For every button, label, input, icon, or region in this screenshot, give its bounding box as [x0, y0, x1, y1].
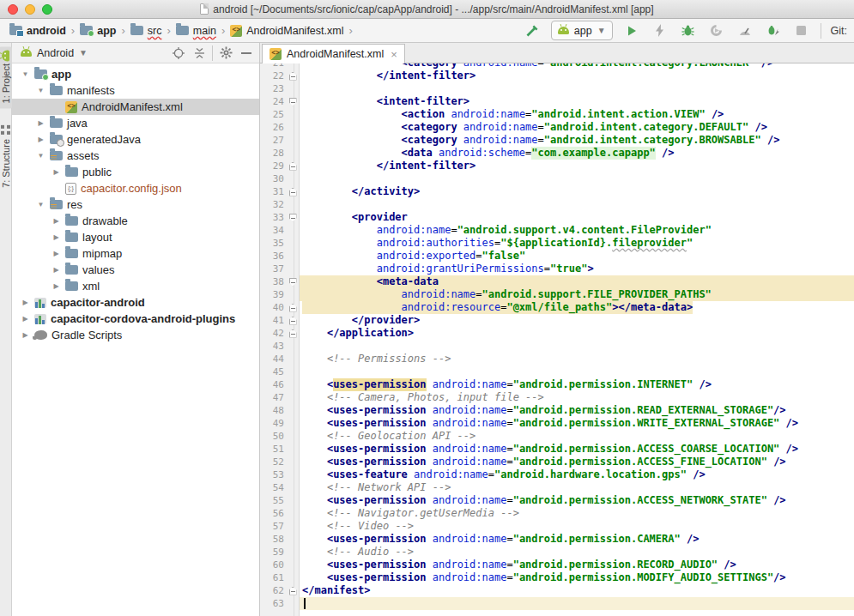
code-line-34[interactable]: 34 android:name="android.support.v4.cont…: [260, 224, 854, 237]
line-number[interactable]: 23: [260, 82, 286, 95]
code-line-56[interactable]: 56 <!-- Navigator.getUserMedia -->: [260, 507, 854, 520]
attach-debugger-icon[interactable]: [764, 21, 783, 40]
code-line-36[interactable]: 36 android:exported="false": [260, 250, 854, 263]
code-line-54[interactable]: 54 <!-- Network API -->: [260, 481, 854, 494]
fold-marker[interactable]: [286, 95, 300, 108]
code-line-55[interactable]: 55 <uses-permission android:name="androi…: [260, 494, 854, 507]
tree-expand-arrow[interactable]: ▼: [36, 87, 45, 94]
line-number[interactable]: 25: [260, 108, 286, 121]
tree-expand-arrow[interactable]: ▼: [36, 201, 45, 208]
fold-marker[interactable]: [286, 69, 300, 82]
line-number[interactable]: 43: [260, 340, 286, 353]
close-tab-icon[interactable]: ×: [391, 48, 397, 61]
line-number[interactable]: 52: [260, 456, 286, 468]
line-number[interactable]: 38: [260, 275, 286, 288]
code-line-26[interactable]: 26 <category android:name="android.inten…: [260, 121, 854, 134]
code-line-63[interactable]: 63: [260, 597, 854, 610]
tree-item-mipmap[interactable]: ▶mipmap: [12, 245, 259, 262]
tree-item-generatedjava[interactable]: ▶generatedJava: [12, 131, 259, 148]
tree-expand-arrow[interactable]: ▶: [51, 168, 61, 176]
line-number[interactable]: 41: [260, 314, 286, 327]
tree-item-assets[interactable]: ▼assets: [12, 148, 259, 164]
fold-marker[interactable]: [286, 160, 300, 172]
line-number[interactable]: 45: [260, 365, 286, 378]
line-number[interactable]: 37: [260, 263, 286, 275]
tree-item-layout[interactable]: ▶layout: [12, 229, 259, 245]
tree-expand-arrow[interactable]: ▶: [21, 331, 30, 339]
line-number[interactable]: 40: [260, 301, 286, 314]
fold-end-icon[interactable]: [289, 317, 297, 325]
code-line-45[interactable]: 45: [260, 365, 854, 378]
line-number[interactable]: 62: [260, 584, 286, 597]
code-line-31[interactable]: 31 </activity>: [260, 185, 854, 198]
code-line-38[interactable]: 38 <meta-data: [260, 275, 854, 288]
locate-file-icon[interactable]: [171, 45, 186, 61]
tree-item-values[interactable]: ▶values: [12, 262, 259, 278]
line-number[interactable]: 27: [260, 134, 286, 147]
line-number[interactable]: 51: [260, 443, 286, 456]
apply-changes-icon[interactable]: [651, 21, 669, 40]
build-hammer-icon[interactable]: [523, 21, 542, 40]
tab-androidmanifest[interactable]: AndroidManifest.xml ×: [262, 44, 405, 63]
fold-end-icon[interactable]: [289, 188, 297, 196]
line-number[interactable]: 53: [260, 468, 286, 481]
code-line-47[interactable]: 47 <!-- Camera, Photos, input file -->: [260, 391, 854, 404]
tree-expand-arrow[interactable]: ▶: [51, 266, 61, 274]
fold-end-icon[interactable]: [289, 329, 297, 338]
line-number[interactable]: 42: [260, 327, 286, 340]
line-number[interactable]: 57: [260, 520, 286, 533]
code-line-58[interactable]: 58 <uses-permission android:name="androi…: [260, 533, 854, 546]
tree-expand-arrow[interactable]: ▶: [21, 299, 30, 306]
fold-marker[interactable]: [286, 211, 300, 224]
code-line-32[interactable]: 32: [260, 198, 854, 211]
gear-icon[interactable]: [218, 45, 233, 61]
line-number[interactable]: 54: [260, 481, 286, 494]
line-number[interactable]: 44: [260, 353, 286, 365]
tree-item-capacitor-android[interactable]: ▶capacitor-android: [12, 294, 259, 311]
line-number[interactable]: 55: [260, 494, 286, 507]
code-editor[interactable]: 21 <category android:name="android.inten…: [260, 63, 854, 616]
tree-item-public[interactable]: ▶public: [12, 164, 259, 180]
line-number[interactable]: 32: [260, 198, 286, 211]
code-line-27[interactable]: 27 <category android:name="android.inten…: [260, 134, 854, 147]
line-number[interactable]: 21: [260, 63, 286, 69]
tool-window-button-7-structure[interactable]: 7: Structure: [0, 120, 12, 193]
line-number[interactable]: 31: [260, 185, 286, 198]
code-line-40[interactable]: 40 android:resource="@xml/file_paths"></…: [260, 301, 854, 314]
tree-item-res[interactable]: ▼res: [12, 196, 259, 213]
code-line-42[interactable]: 42 </application>: [260, 327, 854, 340]
code-line-43[interactable]: 43: [260, 340, 854, 353]
line-number[interactable]: 63: [260, 597, 286, 610]
fold-marker[interactable]: [286, 185, 300, 198]
code-line-50[interactable]: 50 <!-- Geolocation API -->: [260, 430, 854, 443]
fold-marker[interactable]: [286, 275, 300, 288]
profiler-icon[interactable]: [736, 21, 754, 40]
tree-item-app[interactable]: ▼app: [12, 66, 259, 82]
fold-end-icon[interactable]: [289, 162, 297, 171]
line-number[interactable]: 47: [260, 391, 286, 404]
code-line-29[interactable]: 29 </intent-filter>: [260, 160, 854, 172]
code-line-23[interactable]: 23: [260, 82, 854, 95]
fold-collapse-icon[interactable]: [289, 98, 297, 106]
run-config-select[interactable]: app ▼: [551, 21, 613, 40]
line-number[interactable]: 36: [260, 250, 286, 263]
tree-item-drawable[interactable]: ▶drawable: [12, 213, 259, 229]
code-line-41[interactable]: 41 </provider>: [260, 314, 854, 327]
line-number[interactable]: 59: [260, 546, 286, 559]
run-icon[interactable]: [622, 21, 641, 40]
line-number[interactable]: 34: [260, 224, 286, 237]
code-line-28[interactable]: 28 <data android:scheme="com.example.cap…: [260, 147, 854, 160]
code-line-62[interactable]: 62</manifest>: [260, 584, 854, 597]
code-line-33[interactable]: 33 <provider: [260, 211, 854, 224]
line-number[interactable]: 56: [260, 507, 286, 520]
line-number[interactable]: 46: [260, 378, 286, 391]
line-number[interactable]: 24: [260, 95, 286, 108]
code-line-61[interactable]: 61 <uses-permission android:name="androi…: [260, 571, 854, 584]
line-number[interactable]: 35: [260, 237, 286, 250]
fold-marker[interactable]: [286, 327, 300, 340]
tree-item-capacitor-cordova-android-plugins[interactable]: ▶capacitor-cordova-android-plugins: [12, 311, 259, 327]
breadcrumb-item-src[interactable]: src: [128, 23, 165, 39]
tree-expand-arrow[interactable]: ▼: [21, 70, 30, 78]
fold-marker[interactable]: [286, 301, 300, 314]
code-line-39[interactable]: 39 android:name="android.support.FILE_PR…: [260, 288, 854, 301]
